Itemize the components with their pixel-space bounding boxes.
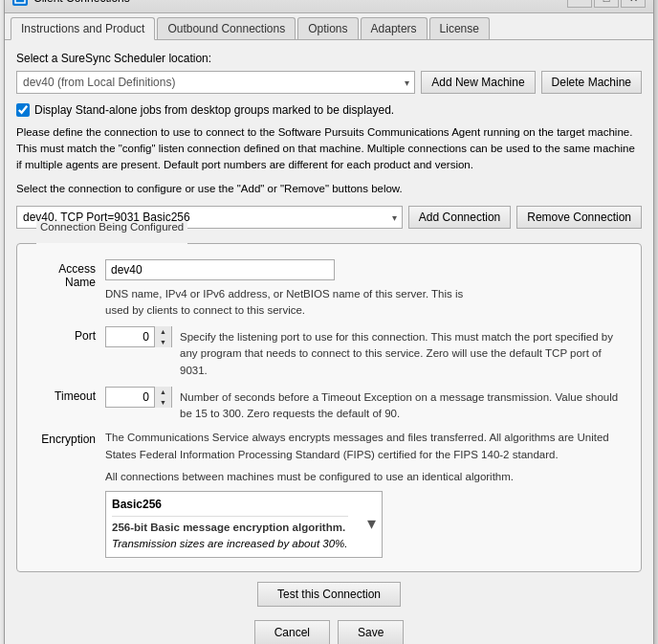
tab-adapters[interactable]: Adapters bbox=[361, 17, 428, 39]
add-machine-button[interactable]: Add New Machine bbox=[421, 71, 535, 94]
port-row: Port ▲ ▼ Specify the listening port to u… bbox=[29, 326, 629, 379]
encryption-content: The Communications Service always encryp… bbox=[105, 430, 629, 557]
port-increment-button[interactable]: ▲ bbox=[155, 326, 171, 337]
group-box-title: Connection Being Configured bbox=[36, 221, 187, 233]
tab-content: Select a SureSync Scheduler location: de… bbox=[5, 40, 653, 645]
test-connection-button[interactable]: Test this Connection bbox=[257, 582, 401, 607]
timeout-label: Timeout bbox=[29, 387, 105, 403]
encryption-desc2: All connections between machines must be… bbox=[105, 469, 629, 485]
tab-instructions[interactable]: Instructions and Product bbox=[11, 17, 155, 40]
encryption-value-label: Basic256 bbox=[112, 496, 348, 517]
port-desc: Specify the listening port to use for th… bbox=[180, 326, 629, 379]
encryption-dropdown[interactable]: Basic256 256-bit Basic message encryptio… bbox=[105, 491, 383, 558]
encryption-desc1: The Communications Service always encryp… bbox=[105, 430, 629, 463]
port-spinbox[interactable]: ▲ ▼ bbox=[105, 326, 172, 347]
tab-license[interactable]: License bbox=[429, 17, 490, 39]
port-label: Port bbox=[29, 326, 105, 343]
access-name-desc: DNS name, IPv4 or IPv6 address, or NetBI… bbox=[105, 283, 488, 320]
scheduler-label: Select a SureSync Scheduler location: bbox=[16, 52, 642, 65]
timeout-row: Timeout ▲ ▼ Number of seconds before a T… bbox=[29, 387, 629, 423]
minimize-button[interactable]: — bbox=[567, 0, 592, 8]
port-decrement-button[interactable]: ▼ bbox=[155, 337, 171, 347]
standalone-label: Display Stand-alone jobs from desktop gr… bbox=[34, 103, 394, 117]
close-button[interactable]: ✕ bbox=[621, 0, 646, 8]
port-input[interactable] bbox=[106, 328, 154, 345]
select-connection-label: Select the connection to configure or us… bbox=[16, 181, 642, 197]
remove-connection-button[interactable]: Remove Connection bbox=[516, 206, 642, 229]
encryption-label: Encryption bbox=[29, 430, 105, 446]
timeout-spin-buttons: ▲ ▼ bbox=[154, 387, 171, 408]
window-title: Client Connections bbox=[33, 0, 130, 5]
timeout-desc: Number of seconds before a Timeout Excep… bbox=[180, 387, 629, 423]
port-spin-buttons: ▲ ▼ bbox=[154, 326, 171, 347]
scheduler-combo[interactable]: dev40 (from Local Definitions) bbox=[16, 71, 415, 94]
encryption-algo-note: Transmission sizes are increased by abou… bbox=[112, 536, 348, 552]
encryption-algo-label: 256-bit Basic message encryption algorit… bbox=[112, 520, 348, 536]
add-connection-button[interactable]: Add Connection bbox=[408, 206, 511, 229]
titlebar-left: Client Connections bbox=[12, 0, 130, 6]
tab-options[interactable]: Options bbox=[297, 17, 358, 39]
window-controls: — □ ✕ bbox=[567, 0, 646, 8]
encryption-row: Encryption The Communications Service al… bbox=[29, 430, 629, 557]
bottom-buttons: Cancel Save bbox=[16, 614, 642, 645]
encryption-dropdown-arrow[interactable]: ▾ bbox=[367, 511, 376, 537]
titlebar: Client Connections — □ ✕ bbox=[5, 0, 653, 13]
delete-machine-button[interactable]: Delete Machine bbox=[541, 71, 642, 94]
timeout-spinbox[interactable]: ▲ ▼ bbox=[105, 387, 172, 408]
access-name-row: Access Name DNS name, IPv4 or IPv6 addre… bbox=[29, 259, 629, 320]
cancel-button[interactable]: Cancel bbox=[254, 620, 330, 645]
standalone-checkbox-row: Display Stand-alone jobs from desktop gr… bbox=[16, 103, 642, 117]
timeout-content: ▲ ▼ Number of seconds before a Timeout E… bbox=[105, 387, 629, 423]
maximize-button[interactable]: □ bbox=[594, 0, 619, 8]
access-name-label: Access Name bbox=[29, 259, 105, 289]
timeout-decrement-button[interactable]: ▼ bbox=[155, 397, 171, 408]
scheduler-select[interactable]: dev40 (from Local Definitions) bbox=[16, 71, 415, 94]
tab-outbound[interactable]: Outbound Connections bbox=[157, 17, 296, 39]
timeout-increment-button[interactable]: ▲ bbox=[155, 387, 171, 397]
save-button[interactable]: Save bbox=[338, 620, 404, 645]
port-content: ▲ ▼ Specify the listening port to use fo… bbox=[105, 326, 629, 379]
connection-group-box: Connection Being Configured Access Name … bbox=[16, 238, 642, 572]
app-icon bbox=[12, 0, 28, 6]
tab-bar: Instructions and Product Outbound Connec… bbox=[5, 13, 653, 40]
encryption-selected-value: Basic256 256-bit Basic message encryptio… bbox=[112, 496, 348, 553]
access-name-input[interactable] bbox=[105, 259, 335, 280]
main-window: Client Connections — □ ✕ Instructions an… bbox=[4, 0, 654, 644]
info-text: Please define the connection to use to c… bbox=[16, 124, 642, 174]
access-name-content: DNS name, IPv4 or IPv6 address, or NetBI… bbox=[105, 259, 629, 320]
standalone-checkbox[interactable] bbox=[16, 103, 30, 117]
svg-rect-0 bbox=[15, 0, 25, 3]
test-connection-row: Test this Connection bbox=[16, 582, 642, 607]
timeout-input[interactable] bbox=[106, 389, 154, 406]
scheduler-row: dev40 (from Local Definitions) Add New M… bbox=[16, 71, 642, 94]
